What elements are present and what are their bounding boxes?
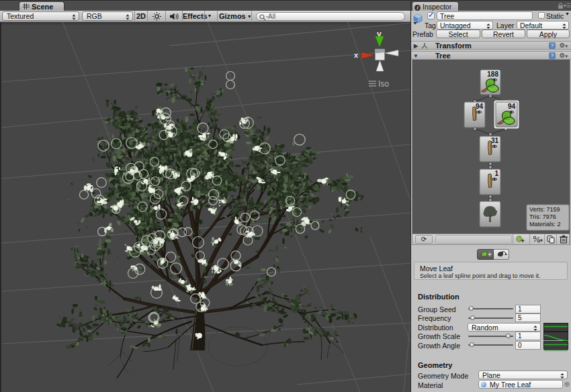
svg-text:x: x bbox=[354, 51, 359, 59]
svg-text:Iso: Iso bbox=[378, 79, 389, 89]
svg-text:94: 94 bbox=[508, 103, 516, 110]
svg-text:Verts: 7159: Verts: 7159 bbox=[529, 206, 560, 213]
svg-text:94: 94 bbox=[476, 103, 484, 110]
svg-text:Materials: 2: Materials: 2 bbox=[529, 221, 561, 228]
svg-text:1: 1 bbox=[494, 170, 498, 177]
svg-text:188: 188 bbox=[487, 70, 498, 78]
svg-text:Tris: 7976: Tris: 7976 bbox=[529, 213, 556, 220]
svg-text:31: 31 bbox=[491, 137, 499, 144]
